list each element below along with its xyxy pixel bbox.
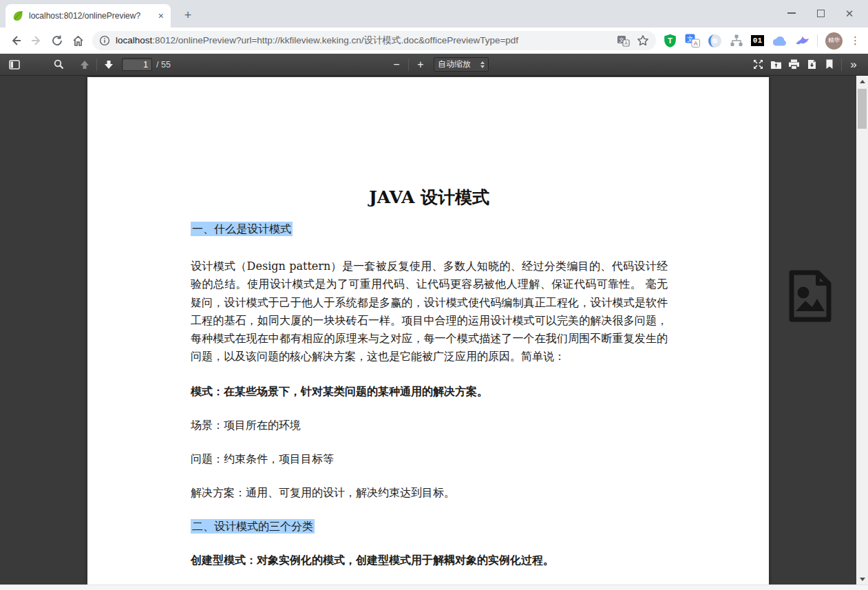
toolbar-right-group: » <box>749 56 862 73</box>
translate-page-icon[interactable]: 文A <box>617 35 630 47</box>
cloud-extension-icon[interactable] <box>772 35 787 47</box>
window-close-button[interactable]: ✕ <box>835 4 864 22</box>
sitemap-extension-icon[interactable] <box>730 34 743 48</box>
zoom-mode-select[interactable]: 自动缩放 <box>434 57 489 72</box>
spring-leaf-favicon <box>12 10 23 21</box>
forward-button[interactable] <box>26 30 47 51</box>
tab-bar: localhost:8012/onlinePreview? × + ✕ <box>0 0 868 28</box>
scrollbar-thumb[interactable] <box>858 89 867 129</box>
bookmark-star-icon[interactable] <box>637 34 649 47</box>
chrome-menu-icon[interactable]: ⋮ <box>850 34 860 47</box>
toolbar-separator <box>96 59 97 71</box>
print-icon <box>788 59 800 70</box>
page-count-label: / 55 <box>156 60 171 70</box>
fullscreen-icon <box>753 59 763 70</box>
svg-text:A: A <box>624 41 628 45</box>
proxy-circle-extension-icon[interactable] <box>708 34 722 48</box>
svg-text:T: T <box>668 36 673 45</box>
scroll-up-button[interactable] <box>856 76 868 87</box>
document-line-problem: 问题：约束条件，项目目标等 <box>191 452 668 466</box>
back-button[interactable] <box>6 30 26 51</box>
document-bold-line-pattern: 模式：在某些场景下，针对某类问题的某种通用的解决方案。 <box>191 384 668 399</box>
home-button[interactable] <box>67 30 88 51</box>
url-host: localhost <box>116 35 152 45</box>
window-minimize-button[interactable] <box>777 4 806 22</box>
tab-title: localhost:8012/onlinePreview? <box>29 11 154 21</box>
page-up-icon <box>80 60 89 70</box>
bookmark-button[interactable] <box>821 56 838 73</box>
window-controls: ✕ <box>777 4 864 22</box>
browser-tab[interactable]: localhost:8012/onlinePreview? × <box>6 4 171 28</box>
svg-text:A: A <box>694 40 698 47</box>
download-icon <box>807 59 817 70</box>
tab-close-icon[interactable]: × <box>158 10 164 21</box>
page-info-icon[interactable] <box>99 35 110 46</box>
reload-icon <box>51 34 63 47</box>
extensions-area: T 文A 01 精华 ⋮ <box>660 32 862 50</box>
more-tools-button[interactable]: » <box>845 56 862 73</box>
bookmark-icon <box>825 59 834 70</box>
scroll-down-icon <box>860 578 865 581</box>
home-icon <box>72 34 85 48</box>
window-maximize-button[interactable] <box>806 4 835 22</box>
back-icon <box>10 34 22 47</box>
shield-extension-icon[interactable]: T <box>663 33 677 48</box>
find-button[interactable] <box>50 56 67 73</box>
maximize-icon <box>817 10 825 17</box>
zoom-out-icon: − <box>393 59 399 71</box>
scroll-down-button[interactable] <box>856 573 868 584</box>
window-bottom-edge <box>0 584 868 590</box>
sidebar-toggle-button[interactable] <box>6 56 23 73</box>
document-line-scene: 场景：项目所在的环境 <box>191 418 668 432</box>
pdf-toolbar: / 55 − + 自动缩放 <box>0 54 868 76</box>
reload-button[interactable] <box>47 30 67 51</box>
toolbar-separator <box>841 59 842 71</box>
page-up-button[interactable] <box>76 56 94 73</box>
profile-avatar[interactable]: 精华 <box>825 32 843 50</box>
zoom-mode-label: 自动缩放 <box>438 59 480 70</box>
extensions-separator <box>817 34 818 47</box>
forward-icon <box>30 34 43 47</box>
select-arrows-icon <box>480 61 485 68</box>
new-tab-button[interactable]: + <box>179 7 197 25</box>
browser-window: localhost:8012/onlinePreview? × + ✕ loca… <box>0 0 868 590</box>
zoom-in-icon: + <box>417 59 423 71</box>
print-button[interactable] <box>785 56 803 73</box>
toolbar-separator <box>408 59 409 71</box>
zoom-controls: − + 自动缩放 <box>388 56 489 73</box>
zoom-in-button[interactable]: + <box>412 56 430 73</box>
document-heading-2: 二、设计模式的三个分类 <box>191 519 315 534</box>
page-number-input[interactable] <box>122 58 152 71</box>
page-down-button[interactable] <box>100 56 118 73</box>
sidebar-toggle-icon <box>9 60 20 70</box>
open-file-button[interactable] <box>767 56 785 73</box>
scroll-up-icon <box>860 80 865 83</box>
document-paragraph: 设计模式（Design pattern）是一套被反复使用、多数人知晓的、经过分类… <box>191 257 668 366</box>
document-line-solution: 解决方案：通用、可复用的设计，解决约束达到目标。 <box>191 485 668 500</box>
pdf-viewer-area[interactable]: JAVA 设计模式 一、什么是设计模式 设计模式（Design pattern）… <box>0 76 856 584</box>
broken-image-icon <box>785 268 836 324</box>
minimize-icon <box>787 12 796 14</box>
document-heading-1: 一、什么是设计模式 <box>191 222 293 236</box>
download-button[interactable] <box>803 56 821 73</box>
url-path: :8012/onlinePreview?url=http://kkfilevie… <box>152 35 518 45</box>
document-title: JAVA 设计模式 <box>191 187 668 208</box>
document-bold-line-creational: 创建型模式：对象实例化的模式，创建型模式用于解耦对象的实例化过程。 <box>191 553 668 567</box>
close-icon: ✕ <box>845 8 854 19</box>
open-file-icon <box>770 59 782 70</box>
address-bar: localhost:8012/onlinePreview?url=http://… <box>0 28 868 54</box>
search-icon <box>54 59 64 70</box>
vertical-scrollbar[interactable] <box>856 76 868 584</box>
page-down-icon <box>104 60 114 70</box>
chevrons-right-icon: » <box>850 59 856 70</box>
bird-extension-icon[interactable] <box>795 34 809 47</box>
omnibox[interactable]: localhost:8012/onlinePreview?url=http://… <box>92 31 656 50</box>
pdf-page: JAVA 设计模式 一、什么是设计模式 设计模式（Design pattern）… <box>87 77 769 584</box>
presentation-mode-button[interactable] <box>749 56 767 73</box>
counter-extension-icon[interactable]: 01 <box>751 35 764 46</box>
url-text[interactable]: localhost:8012/onlinePreview?url=http://… <box>116 34 610 47</box>
translate-extension-icon[interactable]: 文A <box>685 34 700 48</box>
zoom-out-button[interactable]: − <box>388 56 405 73</box>
